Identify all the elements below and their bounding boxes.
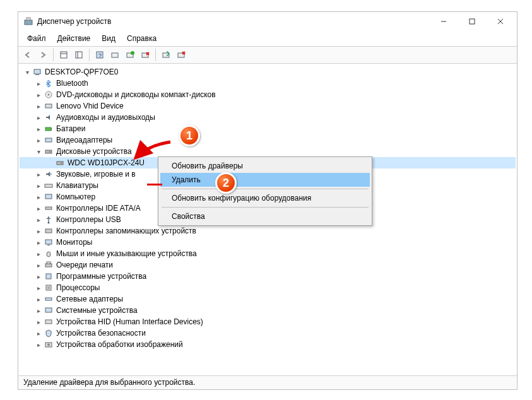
expander-icon[interactable]: ▸ <box>33 260 44 270</box>
network-icon <box>44 294 54 304</box>
menu-view[interactable]: Вид <box>97 32 121 45</box>
update-driver-button[interactable] <box>123 48 137 62</box>
tree-category-audio[interactable]: ▸ Аудиовходы и аудиовыходы <box>20 112 516 123</box>
disk-icon <box>44 146 54 156</box>
titlebar: Диспетчер устройств <box>18 12 517 31</box>
close-button[interactable] <box>486 13 514 30</box>
help-button[interactable]: ? <box>93 48 107 62</box>
expander-icon[interactable]: ▸ <box>33 294 44 304</box>
back-button[interactable] <box>21 48 35 62</box>
expander-icon[interactable]: ▸ <box>33 90 44 100</box>
uninstall-button[interactable] <box>138 48 152 62</box>
tree-category-hid[interactable]: ▸ Устройства HID (Human Interface Device… <box>20 316 516 327</box>
expander-icon[interactable]: ▸ <box>33 317 44 327</box>
expander-icon[interactable]: ▸ <box>33 328 44 338</box>
svg-text:?: ? <box>98 52 102 59</box>
tree-category-video[interactable]: ▸ Видеоадаптеры <box>20 134 516 146</box>
context-scan-hardware[interactable]: Обновить конфигурацию оборудования <box>160 191 370 205</box>
tree-label: Аудиовходы и аудиовыходы <box>56 113 155 122</box>
tree-category-print[interactable]: ▸ Очереди печати <box>20 259 516 271</box>
audio-icon <box>44 112 54 122</box>
expander-icon[interactable]: ▸ <box>33 135 44 145</box>
tree-label: Lenovo Vhid Device <box>56 102 124 110</box>
context-properties[interactable]: Свойства <box>160 209 370 223</box>
svg-rect-1 <box>27 18 30 20</box>
tree-root[interactable]: ▾ DESKTOP-QPF7OE0 <box>20 66 516 78</box>
storage-icon <box>44 226 54 236</box>
svg-rect-49 <box>45 320 52 324</box>
tree-category-cpu[interactable]: ▸ Процессоры <box>20 282 516 293</box>
menubar: Файл Действие Вид Справка <box>18 31 517 46</box>
computer-icon <box>44 192 54 202</box>
expander-icon[interactable]: ▸ <box>33 203 44 213</box>
annotation-callout-2: 2 <box>215 172 237 194</box>
tree-label: Bluetooth <box>56 79 88 88</box>
expander-icon[interactable]: ▸ <box>33 124 44 134</box>
expander-icon[interactable]: ▾ <box>33 146 44 156</box>
context-update-drivers[interactable]: Обновить драйверы <box>160 159 370 173</box>
tree-label: DESKTOP-QPF7OE0 <box>45 68 118 76</box>
tree-category-software[interactable]: ▸ Программные устройства <box>20 271 516 282</box>
monitor-icon <box>44 237 54 247</box>
maximize-button[interactable] <box>458 13 486 30</box>
svg-rect-47 <box>45 298 52 300</box>
svg-rect-0 <box>25 20 32 25</box>
svg-point-25 <box>48 94 50 96</box>
menu-help[interactable]: Справка <box>122 32 162 45</box>
expander-icon[interactable]: ▾ <box>22 67 32 77</box>
expander-icon[interactable]: ▸ <box>33 339 44 350</box>
expander-icon[interactable]: ▸ <box>33 249 44 259</box>
scan-button[interactable] <box>108 48 122 62</box>
tree-category-lenovo[interactable]: ▸ Lenovo Vhid Device <box>20 100 516 112</box>
context-delete[interactable]: Удалить <box>160 173 370 187</box>
expander-icon[interactable]: ▸ <box>33 180 44 191</box>
expander-icon[interactable]: ▸ <box>33 112 44 122</box>
usb-icon <box>44 215 54 225</box>
statusbar: Удаление драйвера для выбранного устройс… <box>18 375 517 389</box>
menu-file[interactable]: Файл <box>22 32 51 45</box>
toolbar-separator <box>155 49 156 61</box>
expander-icon[interactable]: ▸ <box>33 78 44 88</box>
tree-category-storage[interactable]: ▸ Контроллеры запоминающих устройств <box>20 225 516 237</box>
expander-icon[interactable]: ▸ <box>33 192 44 202</box>
keyboard-icon <box>44 180 54 191</box>
properties-button[interactable] <box>72 48 86 62</box>
context-menu: Обновить драйверы Удалить Обновить конфи… <box>158 156 372 226</box>
tree-category-battery[interactable]: ▸ Батареи <box>20 123 516 134</box>
svg-rect-36 <box>45 207 52 209</box>
computer-icon <box>32 67 42 77</box>
expander-icon[interactable]: ▸ <box>33 283 44 293</box>
expander-icon[interactable]: ▸ <box>33 226 44 236</box>
tree-category-system[interactable]: ▸ Системные устройства <box>20 305 516 316</box>
toolbar: ? <box>18 46 517 64</box>
menu-action[interactable]: Действие <box>52 32 96 45</box>
show-hide-tree-button[interactable] <box>57 48 71 62</box>
tree-category-mouse[interactable]: ▸ Мыши и иные указывающие устройства <box>20 248 516 259</box>
svg-rect-39 <box>45 240 52 244</box>
enable-button[interactable] <box>159 48 173 62</box>
forward-button[interactable] <box>36 48 50 62</box>
svg-rect-12 <box>112 53 118 57</box>
tree-category-imaging[interactable]: ▸ Устройства обработки изображений <box>20 339 516 350</box>
callout-label: 2 <box>223 177 229 190</box>
svg-rect-35 <box>45 194 52 199</box>
expander-icon[interactable]: ▸ <box>33 169 44 179</box>
tree-label: Компьютер <box>56 192 95 201</box>
expander-icon[interactable]: ▸ <box>33 101 44 111</box>
tree-category-monitor[interactable]: ▸ Мониторы <box>20 237 516 248</box>
tree-category-dvd[interactable]: ▸ DVD-дисководы и дисководы компакт-диск… <box>20 89 516 100</box>
expander-icon[interactable]: ▸ <box>33 237 44 247</box>
svg-point-37 <box>48 222 50 224</box>
svg-rect-3 <box>470 19 475 24</box>
svg-point-14 <box>131 51 134 55</box>
tree-category-security[interactable]: ▸ Устройства безопасности <box>20 327 516 339</box>
expander-icon[interactable]: ▸ <box>33 215 44 225</box>
expander-icon[interactable]: ▸ <box>33 305 44 315</box>
callout-label: 1 <box>186 129 192 143</box>
tree-category-disks[interactable]: ▾ Дисковые устройства <box>20 146 516 157</box>
minimize-button[interactable] <box>429 13 458 30</box>
tree-category-network[interactable]: ▸ Сетевые адаптеры <box>20 293 516 305</box>
expander-icon[interactable]: ▸ <box>33 271 44 281</box>
tree-category-bluetooth[interactable]: ▸ Bluetooth <box>20 78 516 89</box>
disable-button[interactable] <box>174 48 188 62</box>
